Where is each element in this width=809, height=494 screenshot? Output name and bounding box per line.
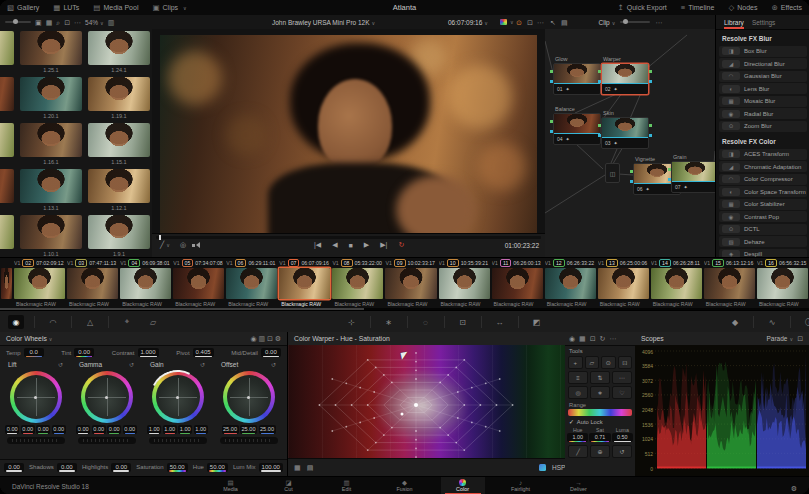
clip-name-dropdown[interactable]: John Brawley URSA Mini Pro 12K∨ bbox=[272, 19, 375, 26]
pin-tool-icon[interactable]: ⊙ bbox=[601, 356, 616, 369]
pick-tool-icon[interactable]: + bbox=[568, 356, 583, 369]
gallery-still[interactable]: 1.25.1 bbox=[20, 31, 82, 73]
param-value[interactable]: 0.50 bbox=[612, 433, 633, 442]
tools-expand-icon[interactable]: ⊡ bbox=[590, 335, 596, 342]
param-value[interactable]: 0.00 bbox=[57, 463, 77, 472]
chevron-down-icon[interactable]: ∨ bbox=[49, 336, 53, 342]
reset-point-icon[interactable]: ⊕ bbox=[590, 445, 610, 458]
scopes-panel-icon[interactable]: ∿ bbox=[764, 315, 780, 329]
info-panel-icon[interactable]: ⓘ bbox=[801, 315, 809, 329]
page-button-fusion[interactable]: ◆Fusion bbox=[383, 477, 427, 494]
fx-item[interactable]: ⊙DCTL bbox=[719, 224, 807, 235]
wheel-rgb-value[interactable]: 0.00 bbox=[36, 425, 50, 434]
timeline-clip[interactable]: V10207:02:09:12Blackmagic RAW bbox=[13, 258, 66, 311]
param-value[interactable]: 0.00 bbox=[261, 348, 281, 357]
fx-item[interactable]: ◠Gaussian Blur bbox=[719, 71, 807, 82]
still-view-icon[interactable]: ▥ bbox=[108, 19, 115, 26]
timeline-clip[interactable]: V11506:13:12:16Blackmagic RAW bbox=[703, 258, 756, 311]
wheel-rgb-value[interactable]: 25.00 bbox=[222, 425, 239, 434]
param-value[interactable]: 0.00 bbox=[111, 463, 131, 472]
fx-item[interactable]: ◨ACES Transform bbox=[719, 149, 807, 160]
rows-tool-icon[interactable]: ≡ bbox=[568, 371, 588, 384]
tab-library[interactable]: Library bbox=[724, 17, 744, 28]
soft-tool-icon[interactable]: ∗ bbox=[590, 386, 610, 399]
page-button-fairlight[interactable]: ♪Fairlight bbox=[499, 477, 543, 494]
keyer-palette-icon[interactable]: ⊡ bbox=[455, 315, 471, 329]
mask-tool-icon[interactable]: ◎ bbox=[568, 386, 588, 399]
expand-icon[interactable]: ⊡ bbox=[267, 335, 273, 342]
clips-toggle-button[interactable]: ▣Clips∨ bbox=[145, 0, 193, 15]
grade-node[interactable]: Glow01✦ bbox=[553, 56, 599, 95]
sizing-palette-icon[interactable]: ↔ bbox=[492, 315, 508, 329]
last-frame-button[interactable]: ▶| bbox=[376, 241, 391, 249]
wheel-rgb-value[interactable]: 1.00 bbox=[178, 425, 192, 434]
play-button[interactable]: ▶ bbox=[360, 241, 373, 249]
unmix-button[interactable]: ◎ bbox=[176, 241, 190, 249]
wheel-reset-icon[interactable]: ↺ bbox=[58, 361, 63, 368]
gallery-still[interactable]: 1.16.1 bbox=[20, 123, 82, 165]
node-mode-dropdown[interactable]: Clip∨ bbox=[599, 19, 616, 26]
more-icon[interactable]: ⋯ bbox=[74, 19, 81, 26]
dots-tool-icon[interactable]: ⋯ bbox=[612, 371, 632, 384]
tools-target-icon[interactable]: ◉ bbox=[569, 335, 575, 342]
hue-range-strip[interactable] bbox=[568, 409, 632, 416]
timeline-toggle-button[interactable]: ≡Timeline bbox=[674, 0, 722, 15]
stop-button[interactable]: ■ bbox=[345, 242, 357, 249]
master-wheel[interactable] bbox=[78, 437, 136, 444]
timeline-clip[interactable]: V11606:56:32:15Blackmagic RAW bbox=[756, 258, 809, 311]
wheel-rgb-value[interactable]: 0.00 bbox=[5, 425, 19, 434]
fx-item[interactable]: ◉Contrast Pop bbox=[719, 211, 807, 222]
node-zoom-slider[interactable] bbox=[620, 21, 650, 23]
wheel-reset-icon[interactable]: ↺ bbox=[129, 361, 134, 368]
param-value[interactable]: 0.405 bbox=[193, 348, 214, 357]
tools-more-icon[interactable]: ⋯ bbox=[609, 335, 616, 342]
audio-mute-icon[interactable] bbox=[192, 241, 201, 249]
blur-palette-icon[interactable]: ◌ bbox=[418, 315, 434, 329]
draw-tool-icon[interactable]: ▱ bbox=[585, 356, 600, 369]
wheel-rgb-value[interactable]: 1.00 bbox=[163, 425, 177, 434]
grade-node[interactable]: Skin03✦ bbox=[601, 110, 647, 149]
media-pool-toggle-button[interactable]: ▤Media Pool bbox=[86, 0, 145, 15]
fx-item[interactable]: ◐Color Space Transform bbox=[719, 186, 807, 197]
timeline-clip[interactable]: V11206:26:33:22Blackmagic RAW bbox=[544, 258, 597, 311]
wheel-rgb-value[interactable]: 1.00 bbox=[194, 425, 208, 434]
thumbnail-size-slider[interactable] bbox=[5, 21, 31, 23]
expand-icon[interactable]: ⊡ bbox=[64, 19, 70, 26]
wheel-reset-icon[interactable]: ↺ bbox=[271, 361, 276, 368]
fx-item[interactable]: ◢Chromatic Adaptation bbox=[719, 161, 807, 172]
param-value[interactable]: 0.71 bbox=[589, 433, 610, 442]
timeline-clip-partial[interactable] bbox=[0, 258, 13, 311]
search-icon[interactable]: ⌕ bbox=[56, 19, 60, 26]
effects-toggle-button[interactable]: ⊛Effects bbox=[764, 0, 809, 15]
master-wheel[interactable] bbox=[149, 437, 207, 444]
pointer-tool-icon[interactable]: ↖ bbox=[550, 19, 556, 26]
timeline-clip[interactable]: V10606:29:11:01Blackmagic RAW bbox=[225, 258, 278, 311]
chevron-down-icon[interactable]: ∨ bbox=[510, 19, 514, 25]
wheel-rgb-value[interactable]: 0.00 bbox=[92, 425, 106, 434]
list-view-icon[interactable]: ▦ bbox=[46, 19, 53, 26]
timeline-clip[interactable]: V10507:34:07:08Blackmagic RAW bbox=[172, 258, 225, 311]
grid-density-icon[interactable]: ▦ bbox=[294, 464, 301, 471]
gallery-still[interactable] bbox=[0, 123, 14, 165]
grade-node[interactable]: Balance04✦ bbox=[553, 106, 599, 145]
page-button-edit[interactable]: ▥Edit bbox=[325, 477, 369, 494]
layer-mixer-node[interactable]: ◫ bbox=[605, 163, 620, 183]
gallery-still[interactable] bbox=[0, 169, 14, 211]
timeline-clip[interactable]: V11106:26:00:13Blackmagic RAW bbox=[491, 258, 544, 311]
more-icon[interactable]: ⋯ bbox=[655, 19, 662, 26]
gallery-still[interactable] bbox=[0, 77, 14, 119]
gallery-still[interactable]: 1.20.1 bbox=[20, 77, 82, 119]
page-button-deliver[interactable]: →Deliver bbox=[557, 477, 601, 494]
fx-item[interactable]: ◢Directional Blur bbox=[719, 58, 807, 69]
gallery-still[interactable]: 1.12.1 bbox=[88, 169, 150, 211]
auto-lock-toggle[interactable]: ✓Auto Lock bbox=[565, 416, 635, 426]
param-value[interactable]: 0.00 bbox=[4, 463, 24, 472]
grade-wand-button[interactable]: ╱∨ bbox=[156, 241, 174, 249]
playhead[interactable] bbox=[159, 235, 161, 240]
grid-view-icon[interactable]: ▣ bbox=[35, 19, 42, 26]
param-value[interactable]: 1.00 bbox=[567, 433, 588, 442]
wheel-rgb-value[interactable]: 25.00 bbox=[259, 425, 276, 434]
luts-toggle-button[interactable]: ▦LUTs bbox=[46, 0, 86, 15]
gallery-toggle-button[interactable]: ▧Gallery bbox=[0, 0, 46, 15]
gallery-still[interactable] bbox=[0, 31, 14, 73]
